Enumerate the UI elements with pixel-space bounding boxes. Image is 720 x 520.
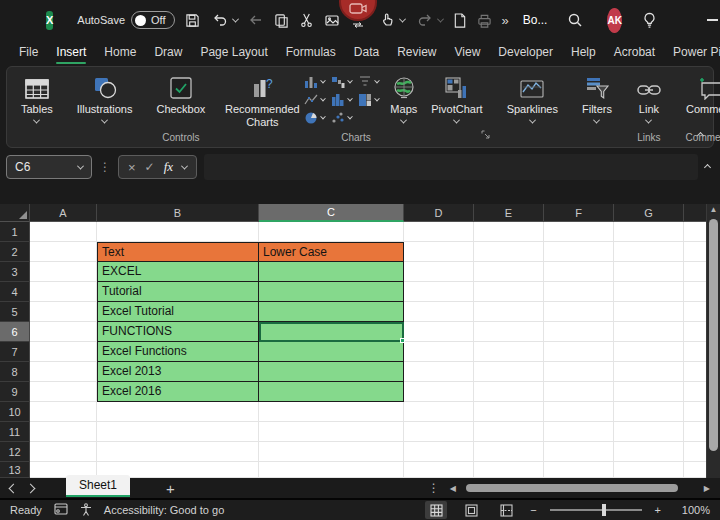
row-header-10[interactable]: 10 bbox=[0, 402, 30, 422]
charts-dialog-launcher-icon[interactable] bbox=[481, 125, 490, 143]
autosave-toggle[interactable]: Off bbox=[131, 11, 174, 29]
vertical-scrollbar-thumb[interactable] bbox=[709, 219, 718, 451]
cell-c8[interactable] bbox=[259, 362, 404, 382]
cancel-entry-button[interactable]: × bbox=[128, 161, 136, 174]
sparklines-button[interactable]: Sparklines bbox=[500, 71, 565, 127]
cell[interactable] bbox=[544, 222, 614, 242]
copy-icon[interactable] bbox=[274, 10, 289, 30]
row-header-13[interactable]: 13 bbox=[0, 462, 30, 478]
cell[interactable] bbox=[684, 322, 706, 342]
cell[interactable] bbox=[544, 302, 614, 322]
formula-input[interactable] bbox=[204, 154, 698, 180]
cell[interactable] bbox=[30, 402, 97, 422]
row-header-6[interactable]: 6 bbox=[0, 322, 30, 342]
cell[interactable] bbox=[404, 262, 474, 282]
row-header-1[interactable]: 1 bbox=[0, 222, 30, 242]
cell[interactable] bbox=[544, 282, 614, 302]
recommended-charts-button[interactable]: ? Recommended Charts bbox=[222, 71, 302, 131]
cell-b9[interactable]: Excel 2016 bbox=[97, 382, 259, 402]
column-header-d[interactable]: D bbox=[404, 204, 474, 222]
column-header-e[interactable]: E bbox=[474, 204, 544, 222]
tables-button[interactable]: Tables bbox=[14, 71, 60, 127]
cell[interactable] bbox=[97, 402, 259, 422]
column-header-f[interactable]: F bbox=[544, 204, 614, 222]
cell[interactable] bbox=[614, 282, 684, 302]
cell[interactable] bbox=[259, 402, 404, 422]
next-sheet-button[interactable] bbox=[26, 483, 36, 493]
cell[interactable] bbox=[404, 442, 474, 462]
accessibility-status[interactable]: Accessibility: Good to go bbox=[104, 504, 224, 516]
tab-review[interactable]: Review bbox=[388, 42, 445, 65]
page-layout-view-button[interactable] bbox=[460, 501, 482, 519]
cell[interactable] bbox=[474, 262, 544, 282]
comment-button[interactable]: Comment bbox=[679, 71, 720, 119]
row-header-8[interactable]: 8 bbox=[0, 362, 30, 382]
cell-b7[interactable]: Excel Functions bbox=[97, 342, 259, 362]
cell[interactable] bbox=[97, 222, 259, 242]
cell-c7[interactable] bbox=[259, 342, 404, 362]
pivotchart-button[interactable]: PivotChart bbox=[424, 71, 489, 127]
tab-developer[interactable]: Developer bbox=[489, 42, 562, 65]
cell[interactable] bbox=[404, 302, 474, 322]
redo-button[interactable] bbox=[415, 10, 443, 30]
cell[interactable] bbox=[259, 422, 404, 442]
tab-formulas[interactable]: Formulas bbox=[277, 42, 345, 65]
cell[interactable] bbox=[614, 222, 684, 242]
maps-button[interactable]: Maps bbox=[383, 71, 424, 127]
excel-logo-icon[interactable]: X bbox=[46, 11, 53, 30]
cell[interactable] bbox=[30, 382, 97, 402]
toolbar-overflow-icon[interactable]: » bbox=[502, 13, 509, 28]
picture-icon[interactable] bbox=[324, 10, 340, 30]
cell-c9[interactable] bbox=[259, 382, 404, 402]
cell[interactable] bbox=[684, 442, 706, 462]
tab-data[interactable]: Data bbox=[345, 42, 388, 65]
column-header-a[interactable]: A bbox=[30, 204, 97, 222]
cell[interactable] bbox=[30, 302, 97, 322]
column-chart-button[interactable] bbox=[304, 75, 325, 89]
zoom-in-button[interactable]: + bbox=[655, 504, 661, 516]
cell[interactable] bbox=[544, 442, 614, 462]
zoom-level[interactable]: 100% bbox=[674, 504, 710, 516]
waterfall-chart-button[interactable] bbox=[331, 75, 352, 89]
cell[interactable] bbox=[30, 362, 97, 382]
scatter-chart-button[interactable] bbox=[331, 111, 352, 125]
cell[interactable] bbox=[474, 282, 544, 302]
cell-b3[interactable]: EXCEL bbox=[97, 262, 259, 282]
cell[interactable] bbox=[614, 362, 684, 382]
cell[interactable] bbox=[684, 282, 706, 302]
cell[interactable] bbox=[544, 242, 614, 262]
cell[interactable] bbox=[614, 302, 684, 322]
cell[interactable] bbox=[30, 242, 97, 262]
lightbulb-icon[interactable] bbox=[642, 10, 657, 30]
cell[interactable] bbox=[404, 362, 474, 382]
zoom-slider[interactable] bbox=[550, 504, 642, 516]
pie-chart-button[interactable] bbox=[304, 111, 325, 125]
cell[interactable] bbox=[404, 282, 474, 302]
cell[interactable] bbox=[684, 302, 706, 322]
cell[interactable] bbox=[404, 322, 474, 342]
cell[interactable] bbox=[544, 462, 614, 478]
cell[interactable] bbox=[474, 342, 544, 362]
cell[interactable] bbox=[614, 242, 684, 262]
avatar[interactable]: AK bbox=[607, 8, 621, 33]
cell[interactable] bbox=[404, 222, 474, 242]
checkbox-button[interactable]: Checkbox bbox=[149, 71, 212, 119]
sheet-tab-sheet1[interactable]: Sheet1 bbox=[66, 475, 130, 497]
row-header-2[interactable]: 2 bbox=[0, 242, 30, 262]
cell[interactable] bbox=[404, 402, 474, 422]
tab-bar-options-icon[interactable]: ⋮ bbox=[428, 481, 440, 495]
cell[interactable] bbox=[544, 422, 614, 442]
cell-b2[interactable]: Text bbox=[97, 242, 259, 262]
row-header-5[interactable]: 5 bbox=[0, 302, 30, 322]
column-header-partial[interactable] bbox=[684, 204, 706, 222]
cell[interactable] bbox=[30, 342, 97, 362]
cell[interactable] bbox=[544, 402, 614, 422]
cell[interactable] bbox=[684, 422, 706, 442]
horizontal-scrollbar[interactable] bbox=[466, 484, 694, 492]
cell[interactable] bbox=[404, 342, 474, 362]
cell[interactable] bbox=[474, 322, 544, 342]
cell[interactable] bbox=[30, 262, 97, 282]
cell-b8[interactable]: Excel 2013 bbox=[97, 362, 259, 382]
column-header-c[interactable]: C bbox=[259, 204, 404, 222]
cell[interactable] bbox=[30, 442, 97, 462]
